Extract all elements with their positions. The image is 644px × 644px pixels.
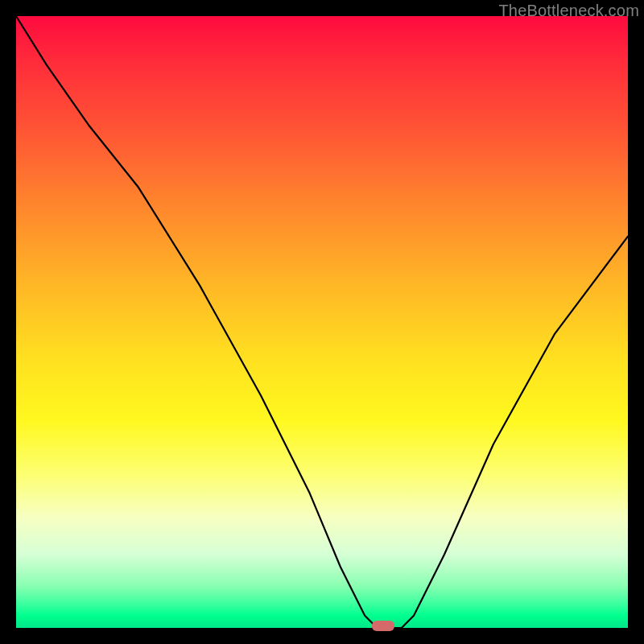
bottleneck-curve (16, 16, 628, 628)
chart-svg (16, 16, 628, 628)
plot-area (16, 16, 628, 628)
optimum-marker (372, 621, 394, 631)
chart-container: TheBottleneck.com (0, 0, 644, 644)
watermark-text: TheBottleneck.com (498, 2, 639, 20)
